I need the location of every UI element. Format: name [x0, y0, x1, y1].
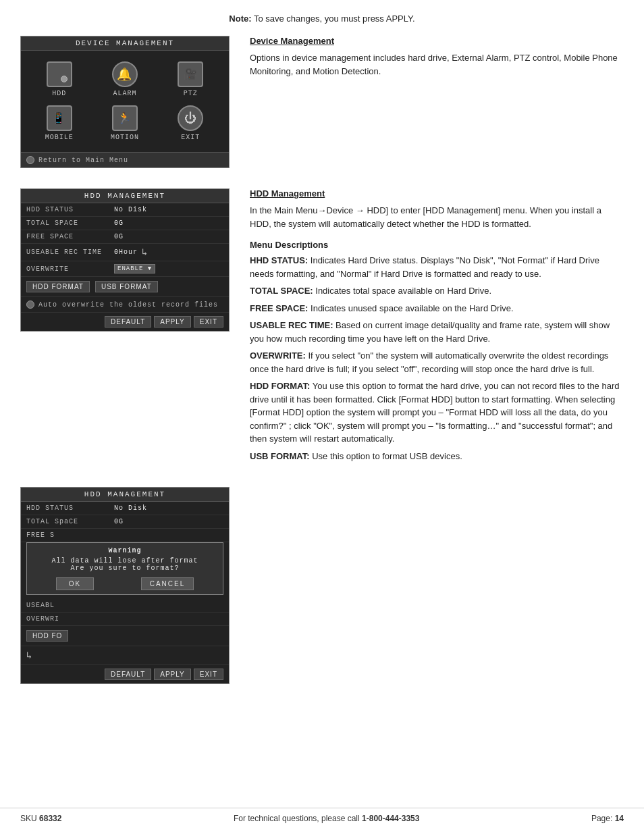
hdd-useable-rec-time-row: USEABLE REC TIME 0Hour ↳ [21, 244, 229, 261]
page-footer: SKU 68332 For technical questions, pleas… [0, 808, 644, 823]
usb-format-button[interactable]: USB FORMAT [95, 281, 158, 292]
desc-total-space: TOTAL SPACE: Indicates total space avail… [250, 284, 624, 298]
hdd-auto-overwrite-text: Auto overwrite the oldest record files [38, 301, 218, 309]
hdd-w-free-space-row: FREE S [21, 529, 229, 542]
footer-contact: For technical questions, please call 1-8… [234, 814, 420, 823]
section-device-management: DEVICE MANAGEMENT HDD ALARM [20, 36, 624, 168]
hdd-format-button[interactable]: HDD FORMAT [26, 281, 90, 292]
hdd-w-status-value: No Disk [114, 504, 147, 512]
hdd-w-useabl-label: USEABL [26, 602, 114, 609]
footer-page-label: Page: [591, 814, 612, 823]
warning-line2: Are you sure to format? [32, 565, 217, 572]
alarm-icon [112, 61, 138, 87]
dm-panel-container: DEVICE MANAGEMENT HDD ALARM [20, 36, 230, 168]
mobile-icon [47, 105, 72, 131]
note-bold: Note: [229, 14, 251, 24]
desc-hdd-format-label: HDD FORMAT: [250, 381, 310, 391]
hdd-useable-value: 0Hour ↳ [114, 246, 148, 258]
hdd-panel-container: HDD MANAGEMENT HDD STATUS No Disk TOTAL … [20, 188, 230, 332]
desc-usable-rec-time: USABLE REC TIME: Based on current image … [250, 319, 624, 345]
hdd-status-row: HDD STATUS No Disk [21, 203, 229, 217]
dm-mobile-label: MOBILE [45, 134, 74, 141]
hdd-w-default-button[interactable]: DEFAULT [105, 669, 151, 680]
hdd-default-button[interactable]: DEFAULT [105, 316, 151, 328]
hdd-w-useabl-row: USEABL [21, 599, 229, 613]
section-hdd-warning: HDD MANAGEMENT HDD STATUS No Disk TOTAL … [20, 487, 624, 684]
dm-desc-body: Options in device management includes ha… [250, 51, 624, 78]
hdd-warning-panel: HDD MANAGEMENT HDD STATUS No Disk TOTAL … [20, 487, 230, 684]
desc-free-space-text: Indicates unused space available on the … [308, 303, 513, 313]
top-note: Note: To save changes, you must press AP… [20, 14, 624, 24]
hdd-exit-button[interactable]: EXIT [194, 316, 223, 328]
auto-overwrite-dot-icon [26, 301, 34, 309]
dm-icon-exit[interactable]: EXIT [158, 101, 223, 145]
desc-usb-format-text: Use this option to format USB devices. [310, 451, 462, 461]
hdd-total-space-value: 0G [114, 219, 124, 227]
desc-hhd-status: HHD STATUS: Indicates Hard Drive status.… [250, 254, 624, 280]
hdd-warning-panel-container: HDD MANAGEMENT HDD STATUS No Disk TOTAL … [20, 487, 230, 684]
hdd-status-label: HDD STATUS [26, 206, 114, 213]
dm-desc-title: Device Management [250, 36, 624, 46]
dm-icon-mobile[interactable]: MOBILE [26, 101, 92, 145]
section-hdd-management: HDD MANAGEMENT HDD STATUS No Disk TOTAL … [20, 188, 624, 467]
footer-sku: SKU 68332 [20, 814, 61, 823]
desc-usb-format: USB FORMAT: Use this option to format US… [250, 450, 624, 463]
hdd-bottom-buttons: DEFAULT APPLY EXIT [21, 313, 229, 331]
hdd-w-status-row: HDD STATUS No Disk [21, 502, 229, 515]
footer-contact-text: For technical questions, please call [234, 814, 360, 823]
footer-page-number: 14 [615, 814, 624, 823]
desc-hhd-status-label: HHD STATUS: [250, 255, 308, 265]
warning-dialog: Warning All data will lose after format … [26, 542, 223, 595]
dm-motion-label: MOTION [111, 134, 139, 141]
hdd-w-apply-button[interactable]: APPLY [154, 669, 191, 680]
dm-alarm-label: ALARM [113, 90, 136, 97]
hdd-total-space-label: TOTAL SPACE [26, 219, 114, 227]
dm-ptz-label: PTZ [184, 90, 198, 97]
desc-free-space-label: FREE SPACE: [250, 303, 308, 313]
hdd-panel-title: HDD MANAGEMENT [21, 189, 229, 203]
hdd-free-space-label: FREE SPACE [26, 233, 114, 240]
hdd-icon [47, 61, 72, 87]
hdd-useable-label: USEABLE REC TIME [26, 249, 114, 256]
hdd-w-free-space-label: FREE S [26, 531, 114, 539]
desc-usable-rec-label: USABLE REC TIME: [250, 320, 333, 330]
hdd-status-value: No Disk [114, 206, 147, 213]
dm-icons-grid: HDD ALARM PTZ MOBILE [21, 51, 229, 152]
motion-icon [112, 105, 138, 131]
dm-panel-title: DEVICE MANAGEMENT [21, 36, 229, 51]
footer-sku-value: 68332 [39, 814, 61, 823]
hdd-management-panel: HDD MANAGEMENT HDD STATUS No Disk TOTAL … [20, 188, 230, 332]
hdd-w-bottom-buttons: DEFAULT APPLY EXIT [21, 665, 229, 683]
device-management-panel: DEVICE MANAGEMENT HDD ALARM [20, 36, 230, 168]
hdd-overwrite-label: OVERWRITE [26, 265, 114, 273]
dm-exit-label: EXIT [181, 134, 200, 141]
warning-ok-button[interactable]: OK [56, 577, 94, 590]
hdd-overwrite-value: ENABLE ▼ [114, 264, 155, 273]
hdd-free-space-value: 0G [114, 233, 124, 240]
dm-icon-alarm[interactable]: ALARM [92, 57, 157, 101]
warning-title: Warning [32, 547, 217, 554]
hdd-w-exit-button[interactable]: EXIT [194, 669, 223, 680]
desc-usb-format-label: USB FORMAT: [250, 451, 310, 461]
warning-buttons: OK CANCEL [32, 577, 217, 590]
menu-descriptions-title: Menu Descriptions [250, 240, 624, 250]
footer-sku-label: SKU [20, 814, 37, 823]
return-dot-icon [26, 156, 34, 164]
dm-icon-hdd[interactable]: HDD [26, 57, 92, 101]
overwrite-enable-button[interactable]: ENABLE ▼ [114, 264, 155, 273]
footer-phone: 1-800-444-3353 [362, 814, 419, 823]
hdd-w-format-button[interactable]: HDD FO [26, 630, 68, 642]
hdd-w-overwri-row: OVERWRI [21, 613, 229, 626]
hdd-auto-overwrite-row: Auto overwrite the oldest record files [21, 297, 229, 313]
dm-hdd-label: HDD [52, 90, 66, 97]
note-text: To save changes, you must press APPLY. [252, 14, 415, 24]
desc-total-space-text: Indicates total space available on Hard … [313, 286, 491, 296]
dm-icon-ptz[interactable]: PTZ [158, 57, 223, 101]
hdd-w-status-label: HDD STATUS [26, 504, 114, 512]
dm-icon-motion[interactable]: MOTION [92, 101, 157, 145]
footer-page: Page: 14 [591, 814, 624, 823]
device-management-desc: Device Management Options in device mana… [250, 36, 624, 78]
hdd-apply-button[interactable]: APPLY [154, 316, 191, 328]
dm-return-row[interactable]: Return to Main Menu [21, 152, 229, 167]
warning-cancel-button[interactable]: CANCEL [141, 577, 194, 590]
